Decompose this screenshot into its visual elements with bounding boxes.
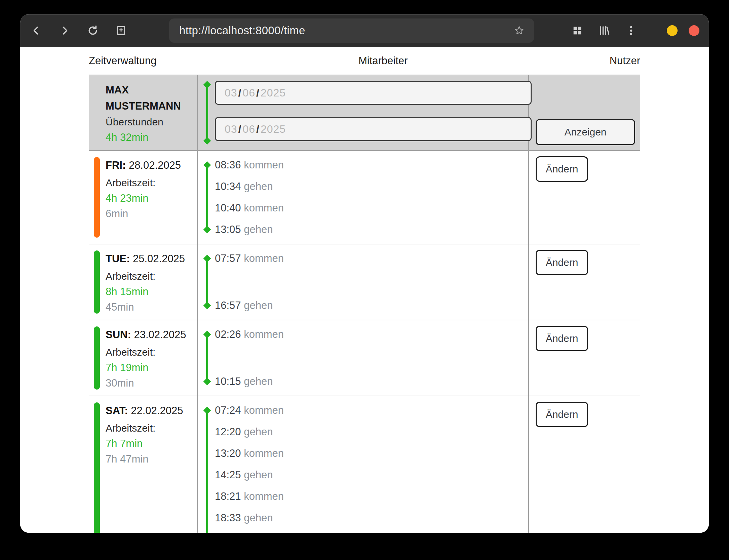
- entry-action: gehen: [241, 512, 273, 524]
- day-abbreviation: TUE:: [106, 253, 130, 265]
- menu-kebab-icon[interactable]: [625, 25, 637, 37]
- date-from-year: 2025: [261, 87, 286, 99]
- breaktime-value: 6min: [106, 206, 194, 222]
- employee-name-line2: MUSTERMANN: [106, 98, 194, 114]
- time-entries-cell: 07:24 kommen12:20 gehen13:20 kommen14:25…: [198, 396, 529, 533]
- entries-list: 07:24 kommen12:20 gehen13:20 kommen14:25…: [215, 400, 528, 533]
- forward-icon[interactable]: [59, 25, 71, 37]
- entries-list: 08:36 kommen10:34 gehen10:40 kommen13:05…: [215, 154, 528, 240]
- change-button[interactable]: Ändern: [536, 156, 588, 182]
- date-from-month: 03: [225, 87, 237, 99]
- day-date-value: 25.02.2025: [133, 253, 185, 265]
- entry-time: 08:36: [215, 159, 241, 171]
- day-row: FRI: 28.02.2025 Arbeitszeit: 4h 23min 6m…: [89, 151, 640, 244]
- date-filter-cell: 03/06/2025 03/06/2025: [198, 75, 529, 150]
- day-status-bar: [94, 250, 100, 314]
- time-entry: 10:15 gehen: [215, 371, 528, 392]
- time-entry: 18:33 gehen: [215, 507, 528, 529]
- worktime-label: Arbeitszeit:: [106, 269, 194, 284]
- date-to-input[interactable]: 03/06/2025: [215, 117, 532, 141]
- show-button[interactable]: Anzeigen: [536, 119, 635, 145]
- nav-item-nutzer[interactable]: Nutzer: [610, 55, 640, 67]
- entry-action: gehen: [241, 426, 273, 438]
- worktime-value: 8h 15min: [106, 284, 194, 299]
- entries-list: 07:57 kommen16:57 gehen: [215, 248, 528, 316]
- entry-time: 18:33: [215, 512, 241, 524]
- date-from-day: 06: [242, 87, 255, 99]
- entry-action: gehen: [241, 224, 273, 235]
- time-entry: 07:24 kommen: [215, 400, 528, 421]
- filter-action-cell: Anzeigen: [529, 75, 640, 150]
- date-from-input[interactable]: 03/06/2025: [215, 81, 532, 105]
- time-entry: 14:25 gehen: [215, 464, 528, 486]
- address-bar[interactable]: http://localhost:8000/time: [169, 18, 534, 43]
- entry-action: gehen: [241, 299, 273, 311]
- toolbar-right-icons: [571, 25, 699, 37]
- table-header-row: MAX MUSTERMANN Überstunden 4h 32min 03/0…: [89, 75, 640, 151]
- new-tab-icon[interactable]: [115, 25, 127, 37]
- window-controls: [667, 25, 699, 36]
- entry-action: kommen: [241, 404, 284, 416]
- day-row: SUN: 23.02.2025 Arbeitszeit: 7h 19min 30…: [89, 320, 640, 396]
- back-icon[interactable]: [30, 25, 42, 37]
- entry-time: 10:15: [215, 375, 241, 387]
- bookmark-star-icon[interactable]: [513, 25, 525, 37]
- change-button[interactable]: Ändern: [536, 326, 588, 351]
- time-entries-cell: 08:36 kommen10:34 gehen10:40 kommen13:05…: [198, 151, 529, 244]
- time-entry: 08:36 kommen: [215, 154, 528, 176]
- day-action-cell: Ändern: [529, 151, 640, 244]
- time-entry: 10:34 gehen: [215, 176, 528, 197]
- timeline-arrow: [206, 410, 208, 533]
- nav-controls: [30, 25, 127, 37]
- reload-icon[interactable]: [87, 25, 99, 37]
- breaktime-value: 7h 47min: [106, 451, 194, 467]
- day-status-bar: [94, 157, 100, 238]
- time-entry: 18:21 kommen: [215, 486, 528, 507]
- employee-name-line1: MAX: [106, 82, 194, 98]
- day-row: TUE: 25.02.2025 Arbeitszeit: 8h 15min 45…: [89, 244, 640, 320]
- date-to-month: 03: [225, 123, 237, 135]
- day-date-line: TUE: 25.02.2025: [106, 251, 194, 267]
- overtime-value: 4h 32min: [106, 130, 194, 145]
- url-text[interactable]: http://localhost:8000/time: [179, 24, 305, 37]
- day-rows: FRI: 28.02.2025 Arbeitszeit: 4h 23min 6m…: [89, 151, 640, 533]
- change-button[interactable]: Ändern: [536, 250, 588, 275]
- entry-time: 13:05: [215, 224, 241, 235]
- timeline-arrow: [206, 334, 208, 382]
- entry-time: 07:57: [215, 252, 241, 264]
- close-button[interactable]: [689, 25, 699, 36]
- browser-window: http://localhost:8000/time: [20, 14, 709, 533]
- day-date-value: 22.02.2025: [131, 405, 183, 416]
- date-to-year: 2025: [261, 123, 286, 135]
- time-entry: 02:26 kommen: [215, 324, 528, 345]
- entry-action: gehen: [241, 181, 273, 192]
- entry-time: 16:57: [215, 299, 241, 311]
- time-entry: 10:40 kommen: [215, 197, 528, 219]
- time-entry: 13:20 kommen: [215, 443, 528, 464]
- tab-overview-icon[interactable]: [571, 25, 583, 37]
- entry-time: 10:40: [215, 202, 241, 214]
- nav-item-zeitverwaltung[interactable]: Zeitverwaltung: [89, 55, 157, 67]
- breaktime-value: 30min: [106, 375, 194, 391]
- day-summary-cell: SAT: 22.02.2025 Arbeitszeit: 7h 7min 7h …: [89, 396, 198, 533]
- date-range-arrow: [206, 85, 208, 141]
- overtime-label: Überstunden: [106, 114, 194, 130]
- worktime-value: 7h 19min: [106, 360, 194, 375]
- time-entry: 21:24 kommen: [215, 529, 528, 533]
- library-icon[interactable]: [598, 25, 610, 37]
- day-abbreviation: FRI:: [106, 159, 126, 171]
- app-navigation: Zeitverwaltung Mitarbeiter Nutzer: [89, 47, 640, 75]
- entry-time: 18:21: [215, 490, 241, 502]
- day-status-bar: [94, 326, 100, 390]
- entry-time: 07:24: [215, 404, 241, 416]
- employee-summary-cell: MAX MUSTERMANN Überstunden 4h 32min: [89, 75, 198, 150]
- browser-titlebar: http://localhost:8000/time: [20, 14, 709, 47]
- entries-list: 02:26 kommen10:15 gehen: [215, 324, 528, 392]
- entry-action: kommen: [241, 252, 284, 264]
- entry-time: 10:34: [215, 181, 241, 192]
- nav-item-mitarbeiter[interactable]: Mitarbeiter: [358, 55, 408, 67]
- entry-action: kommen: [241, 328, 284, 340]
- change-button[interactable]: Ändern: [536, 402, 588, 427]
- day-action-cell: Ändern: [529, 320, 640, 396]
- minimize-button[interactable]: [667, 25, 678, 36]
